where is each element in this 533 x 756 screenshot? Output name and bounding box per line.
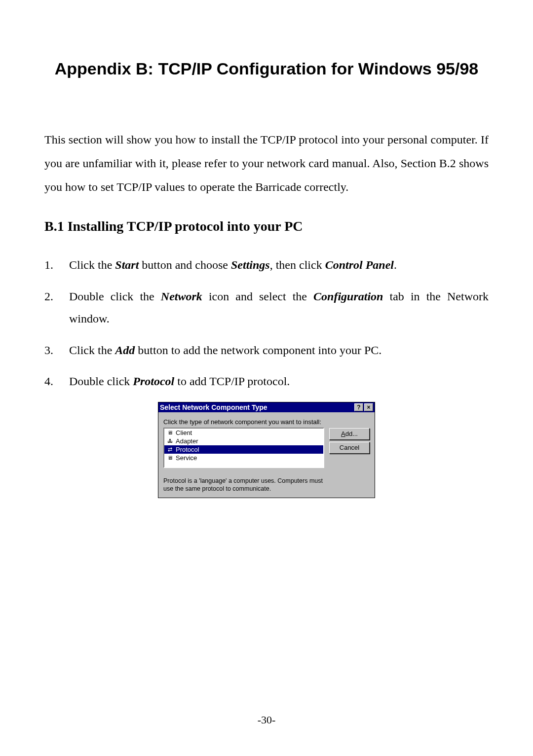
section-heading: B.1 Installing TCP/IP protocol into your… (44, 218, 489, 234)
dialog-title-text: Select Network Component Type (160, 403, 353, 411)
help-button[interactable]: ? (354, 403, 363, 411)
step-4: Double click Protocol to add TCP/IP prot… (44, 370, 489, 393)
add-button[interactable]: Add... (329, 428, 370, 440)
list-item-label: Service (176, 454, 197, 462)
step-text: . (394, 258, 397, 271)
client-icon: 🖥 (166, 429, 174, 436)
step-text: , then click (270, 258, 325, 271)
adapter-icon: 🖧 (166, 437, 174, 444)
close-button[interactable]: × (364, 403, 373, 411)
network-label: Network (161, 290, 202, 303)
configuration-label: Configuration (313, 290, 383, 303)
dialog-titlebar: Select Network Component Type ? × (158, 402, 375, 412)
step-text: Click the (69, 258, 115, 271)
add-label: Add (115, 344, 135, 357)
list-item-service[interactable]: 🖥 Service (164, 454, 323, 462)
steps-list: Click the Start button and choose Settin… (44, 254, 489, 393)
settings-label: Settings (231, 258, 270, 271)
step-text: icon and select the (202, 290, 313, 303)
step-3: Click the Add button to add the network … (44, 339, 489, 362)
service-icon: 🖥 (166, 454, 174, 461)
step-text: Double click (69, 375, 133, 388)
list-item-label: Client (176, 429, 192, 436)
list-item-label: Protocol (176, 446, 199, 453)
protocol-label: Protocol (133, 375, 174, 388)
cancel-button[interactable]: Cancel (329, 442, 370, 454)
start-label: Start (115, 258, 139, 271)
step-1: Click the Start button and choose Settin… (44, 254, 489, 277)
add-underline: A (341, 430, 345, 437)
select-network-component-dialog: Select Network Component Type ? × Click … (158, 402, 375, 499)
list-item-protocol[interactable]: ⇄ Protocol (164, 445, 323, 454)
step-2: Double click the Network icon and select… (44, 286, 489, 330)
page-title: Appendix B: TCP/IP Configuration for Win… (44, 59, 489, 78)
list-item-label: Adapter (176, 437, 198, 445)
step-text: Double click the (69, 290, 161, 303)
list-item-adapter[interactable]: 🖧 Adapter (164, 437, 323, 445)
intro-paragraph: This section will show you how to instal… (44, 128, 489, 199)
component-type-listbox[interactable]: 🖥 Client 🖧 Adapter ⇄ Protocol 🖥 Service (163, 428, 324, 468)
page-number: -30- (0, 714, 533, 726)
dialog-description: Protocol is a 'language' a computer uses… (163, 477, 324, 493)
step-text: Click the (69, 344, 115, 357)
protocol-icon: ⇄ (166, 446, 174, 453)
control-panel-label: Control Panel (325, 258, 394, 271)
step-text: to add TCP/IP protocol. (174, 375, 290, 388)
step-text: button to add the network component into… (135, 344, 381, 357)
dialog-prompt: Click the type of network component you … (163, 418, 324, 426)
list-item-client[interactable]: 🖥 Client (164, 429, 323, 437)
step-text: button and choose (139, 258, 231, 271)
